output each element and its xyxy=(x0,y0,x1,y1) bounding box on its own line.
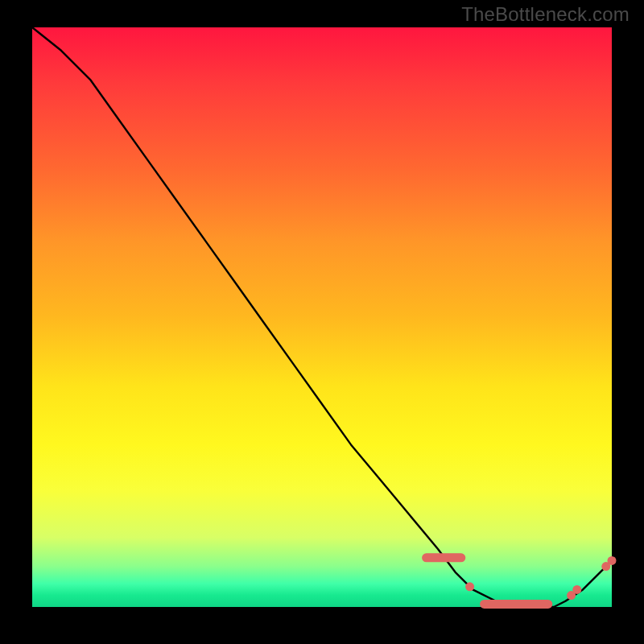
dot-marker xyxy=(608,556,617,565)
dot-marker xyxy=(572,585,581,594)
dot-marker xyxy=(465,582,474,591)
watermark-label: TheBottleneck.com xyxy=(461,3,630,26)
chart-frame: TheBottleneck.com xyxy=(0,0,644,644)
chart-svg xyxy=(32,27,612,607)
plot-area xyxy=(32,27,612,607)
bottleneck-curve xyxy=(32,27,612,607)
